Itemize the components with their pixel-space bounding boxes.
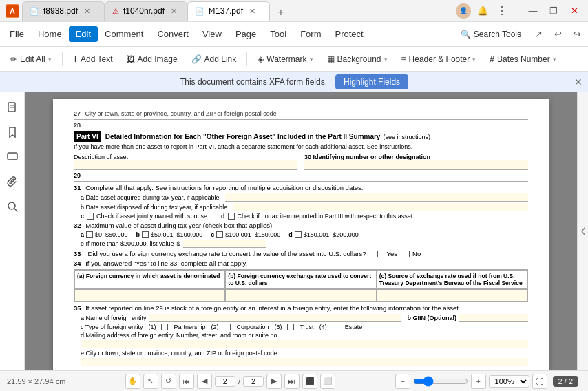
background-button[interactable]: ▦ Background ▾ (321, 52, 394, 67)
grid-c-input[interactable] (377, 289, 527, 302)
add-tab-button[interactable]: + (273, 4, 289, 21)
menu-convert[interactable]: Convert (150, 26, 196, 42)
grid-b-input[interactable] (225, 289, 376, 302)
next-page-button[interactable]: ▶ (266, 374, 282, 389)
zoom-in-button[interactable]: + (471, 374, 486, 389)
maximize-button[interactable]: ❐ (545, 3, 562, 19)
line31-a-input[interactable] (225, 193, 528, 202)
checkbox-33yes[interactable] (377, 251, 384, 257)
tab-f8938[interactable]: 📄 f8938.pdf ✕ (22, 1, 105, 21)
notification-close-button[interactable]: ✕ (574, 76, 582, 87)
more-options-icon[interactable]: ⋮ (494, 3, 510, 19)
page-number-input[interactable] (215, 376, 235, 387)
bates-number-button[interactable]: # Bates Number ▾ (483, 52, 562, 67)
search-tools-button[interactable]: 🔍 Search Tools (454, 27, 527, 42)
sidebar-pages-icon[interactable] (3, 98, 22, 117)
line32-e-input[interactable] (183, 240, 266, 248)
desc-input[interactable] (74, 160, 297, 170)
sidebar-bookmarks-icon[interactable] (3, 123, 22, 142)
svg-line-7 (14, 209, 17, 211)
add-text-button[interactable]: T Add Text (67, 52, 119, 67)
menu-tool[interactable]: Tool (263, 26, 293, 42)
content-area[interactable]: 27 City or town, state or province, coun… (25, 92, 577, 370)
hand-tool-button[interactable]: ✋ (125, 374, 140, 389)
sidebar-comments-icon[interactable] (3, 147, 22, 167)
edit-all-dropdown[interactable]: ▾ (48, 56, 52, 63)
id-input[interactable] (304, 160, 528, 170)
right-sidebar-toggle[interactable] (577, 92, 588, 370)
part-vi-sub: If you have more than one asset to repor… (74, 143, 528, 150)
header-footer-dropdown[interactable]: ▾ (472, 56, 476, 63)
checkbox-32b[interactable] (142, 231, 149, 238)
tab-close-f1040nr[interactable]: ✕ (169, 6, 178, 16)
checkbox-35c4[interactable] (333, 324, 339, 330)
sidebar-search-icon[interactable] (3, 197, 22, 216)
zoom-slider[interactable] (413, 376, 468, 387)
menu-page[interactable]: Page (229, 26, 263, 42)
bates-dropdown[interactable]: ▾ (553, 56, 556, 63)
menu-edit[interactable]: Edit (69, 26, 98, 42)
last-page-button[interactable]: ⏭ (284, 374, 300, 389)
add-link-button[interactable]: 🔗 Add Link (185, 52, 243, 67)
notifications-icon[interactable]: 🔔 (475, 3, 490, 19)
toolbar-sep-1 (62, 52, 63, 66)
checkbox-35c2[interactable] (224, 324, 231, 330)
menu-file[interactable]: File (3, 26, 31, 42)
page-total-input[interactable] (243, 376, 264, 387)
tab-warn-icon: ⚠ (112, 7, 119, 16)
line31-b-input[interactable] (233, 203, 528, 211)
sidebar-attachments-icon[interactable] (3, 172, 22, 191)
highlight-fields-button[interactable]: Highlight Fields (335, 74, 408, 89)
checkbox-31d[interactable] (228, 213, 235, 220)
fullscreen-button[interactable]: ⛶ (532, 374, 547, 389)
tab-close-f4137[interactable]: ✕ (247, 6, 257, 16)
checkbox-32a[interactable] (86, 231, 93, 238)
redo-icon[interactable]: ↪ (569, 26, 585, 43)
line35-a-input[interactable] (149, 314, 401, 322)
page-badge: 2 / 2 (553, 376, 578, 387)
line35-d-input[interactable] (81, 340, 528, 348)
menu-form[interactable]: Form (293, 26, 328, 42)
checkbox-32c[interactable] (216, 231, 223, 238)
add-image-button[interactable]: 🖼 Add Image (120, 52, 184, 67)
menu-comment[interactable]: Comment (98, 26, 150, 42)
close-button[interactable]: ✕ (566, 3, 582, 19)
fit-width-button[interactable]: ⬛ (302, 374, 317, 389)
external-link-icon[interactable]: ↗ (530, 26, 547, 43)
line32-c-group: c $100,001–$150,000 (211, 231, 280, 238)
tab-close-f8938[interactable]: ✕ (82, 6, 92, 16)
watermark-dropdown[interactable]: ▾ (310, 56, 313, 63)
prev-page-button[interactable]: ◀ (197, 374, 212, 389)
tab-f4137[interactable]: 📄 f4137.pdf ✕ (187, 1, 270, 21)
edit-all-button[interactable]: ✏ Edit All ▾ (4, 52, 58, 67)
select-tool-button[interactable]: ↖ (143, 374, 158, 389)
watermark-icon: ◈ (258, 54, 264, 64)
tab-f1040nr[interactable]: ⚠ f1040nr.pdf ✕ (105, 1, 187, 21)
line32-a-group: a $0–$50,000 (81, 231, 128, 238)
checkbox-31c[interactable] (87, 213, 94, 220)
menu-home[interactable]: Home (31, 26, 69, 42)
line28-area: 28 (74, 122, 528, 129)
line35-c: c Type of foreign entity (1) Partnership… (81, 324, 528, 330)
menu-view[interactable]: View (196, 26, 229, 42)
line35-b-input[interactable] (459, 314, 528, 322)
minimize-button[interactable]: — (525, 3, 541, 19)
checkbox-33no[interactable] (403, 251, 410, 257)
menu-protect[interactable]: Protect (328, 26, 370, 42)
line35-e-input[interactable] (81, 358, 528, 366)
watermark-button[interactable]: ◈ Watermark ▾ (251, 52, 319, 67)
grid-a-input[interactable] (74, 289, 225, 302)
zoom-select[interactable]: 100% 75% 125% 150% 200% (489, 375, 529, 388)
main-area: 27 City or town, state or province, coun… (0, 92, 588, 370)
checkbox-35c3[interactable] (287, 324, 294, 330)
background-dropdown[interactable]: ▾ (384, 56, 388, 63)
fit-page-button[interactable]: ⬜ (320, 374, 335, 389)
zoom-out-button[interactable]: − (395, 374, 410, 389)
undo-icon[interactable]: ↩ (549, 26, 566, 43)
rotate-button[interactable]: ↺ (161, 374, 176, 389)
first-page-button[interactable]: ⏮ (179, 374, 194, 389)
checkbox-35c1[interactable] (161, 324, 168, 330)
checkbox-32d[interactable] (295, 231, 302, 238)
header-footer-button[interactable]: ≡ Header & Footer ▾ (395, 52, 483, 67)
avatar-icon[interactable]: 👤 (456, 3, 471, 19)
